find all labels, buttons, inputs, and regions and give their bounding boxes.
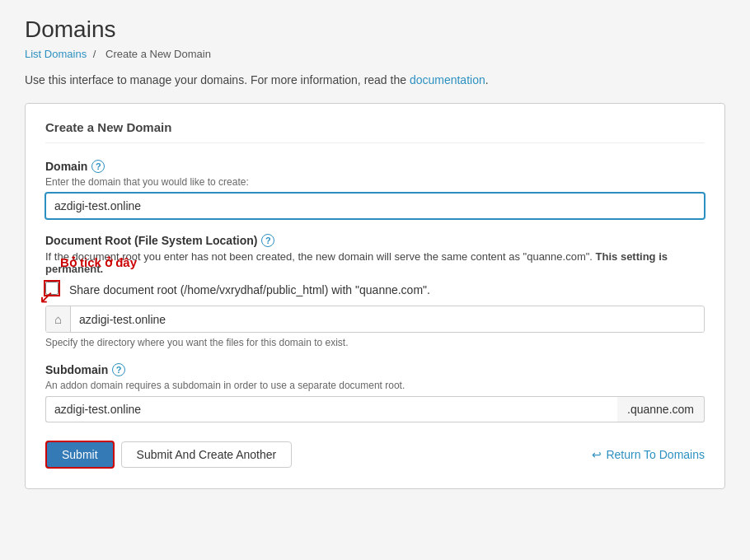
annotation-container: Bỏ tick ở đây ↙ xyxy=(45,282,59,297)
domain-help-icon[interactable]: ? xyxy=(91,160,105,173)
doc-root-input-group: ⌂ xyxy=(45,306,705,333)
return-label: Return To Domains xyxy=(606,448,705,461)
submit-button[interactable]: Submit xyxy=(45,441,115,469)
subdomain-suffix: .quanne.com xyxy=(617,396,705,422)
breadcrumb: List Domains / Create a New Domain xyxy=(25,48,725,60)
actions-left: Submit Submit And Create Another xyxy=(45,441,292,469)
doc-root-label: Document Root (File System Location) ? xyxy=(45,234,705,247)
submit-another-button[interactable]: Submit And Create Another xyxy=(121,441,293,468)
dir-hint: Specify the directory where you want the… xyxy=(45,337,705,348)
page-title: Domains xyxy=(25,16,725,43)
domain-hint: Enter the domain that you would like to … xyxy=(45,176,705,188)
subdomain-hint: An addon domain requires a subdomain in … xyxy=(45,380,705,391)
share-doc-root-row: Bỏ tick ở đây ↙ Share document root (/ho… xyxy=(45,282,705,297)
domain-input[interactable] xyxy=(45,193,705,219)
description-text-after: . xyxy=(485,73,489,86)
subdomain-label: Subdomain ? xyxy=(45,363,705,376)
share-doc-root-checkbox[interactable] xyxy=(45,282,59,295)
subdomain-input[interactable] xyxy=(45,396,617,422)
doc-root-input[interactable] xyxy=(71,307,704,332)
list-domains-link[interactable]: List Domains xyxy=(25,48,87,60)
doc-root-help-icon[interactable]: ? xyxy=(261,234,274,247)
page-description: Use this interface to manage your domain… xyxy=(25,73,725,86)
domain-field-group: Domain ? Enter the domain that you would… xyxy=(45,160,705,219)
home-icon: ⌂ xyxy=(46,306,71,332)
card-title: Create a New Domain xyxy=(45,120,705,143)
doc-root-field-group: Document Root (File System Location) ? I… xyxy=(45,234,705,348)
return-arrow-icon: ↩ xyxy=(592,448,602,461)
domain-label: Domain ? xyxy=(45,160,705,173)
subdomain-help-icon[interactable]: ? xyxy=(112,363,125,376)
actions-row: Submit Submit And Create Another ↩ Retur… xyxy=(45,441,705,469)
subdomain-field-group: Subdomain ? An addon domain requires a s… xyxy=(45,363,705,422)
breadcrumb-current: Create a New Domain xyxy=(105,48,211,60)
subdomain-row: .quanne.com xyxy=(45,396,705,422)
return-to-domains-link[interactable]: ↩ Return To Domains xyxy=(592,448,705,461)
documentation-link[interactable]: documentation xyxy=(410,73,485,86)
share-doc-root-label: Share document root (/home/vxrydhaf/publ… xyxy=(69,283,430,296)
create-domain-card: Create a New Domain Domain ? Enter the d… xyxy=(25,103,725,489)
description-text-before: Use this interface to manage your domain… xyxy=(25,73,410,86)
doc-root-note: If the document root you enter has not b… xyxy=(45,250,705,275)
breadcrumb-separator: / xyxy=(93,48,96,60)
